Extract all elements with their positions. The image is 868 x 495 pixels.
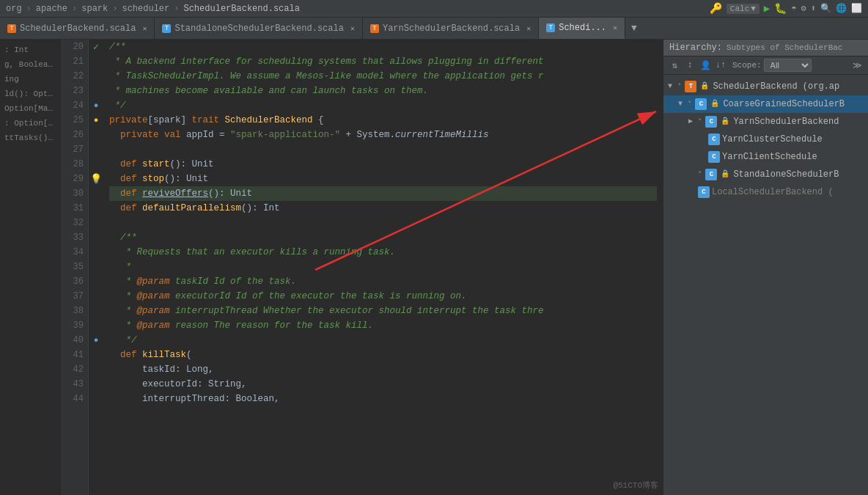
ln-21: 21 bbox=[62, 54, 84, 69]
tab-standalone-scheduler[interactable]: T StandaloneSchedulerBackend.scala ✕ bbox=[155, 18, 362, 39]
nav-sep-4: › bbox=[174, 4, 179, 14]
tree-text-6: StandaloneSchedulerB bbox=[733, 167, 839, 182]
code-line-44: interruptThread: Boolean, bbox=[109, 392, 657, 406]
ln-34: 34 bbox=[62, 245, 84, 260]
tree-icon-1: T bbox=[685, 81, 696, 92]
nav-apache[interactable]: apache bbox=[36, 4, 67, 14]
ln-27: 27 bbox=[62, 142, 84, 157]
hierarchy-btn-1[interactable]: ⇅ bbox=[668, 59, 681, 72]
tree-item-yarn-client[interactable]: ▶ C YarnClientSchedule bbox=[663, 148, 868, 166]
editor[interactable]: 20 21 22 23 24 25 26 27 28 29 30 31 32 3… bbox=[62, 40, 663, 495]
code-line-36: * @param taskId Id of the task. bbox=[109, 274, 657, 289]
tab-close-1[interactable]: ✕ bbox=[142, 24, 147, 33]
code-line-24: */ bbox=[109, 98, 657, 113]
ln-42: 42 bbox=[62, 362, 84, 377]
ln-43: 43 bbox=[62, 377, 84, 392]
code-line-32 bbox=[109, 216, 657, 230]
hierarchy-expand-btn[interactable]: ≫ bbox=[850, 59, 864, 72]
debug-icon[interactable]: 🐛 bbox=[774, 2, 787, 15]
gutter-33 bbox=[89, 230, 103, 245]
ln-31: 31 bbox=[62, 201, 84, 216]
checkmark-icon-20: ✓ bbox=[93, 41, 99, 53]
gutter-21 bbox=[89, 54, 103, 69]
tree-icon-6: C bbox=[705, 169, 717, 180]
code-line-34: * Requests that an executor kills a runn… bbox=[109, 245, 657, 260]
code-line-37: * @param executorId Id of the executor t… bbox=[109, 289, 657, 304]
ln-30: 30 bbox=[62, 186, 84, 201]
ln-38: 38 bbox=[62, 304, 84, 318]
code-content[interactable]: /** * A backend interface for scheduling… bbox=[103, 40, 663, 495]
nav-sep-3: › bbox=[112, 4, 117, 14]
code-line-33: /** bbox=[109, 230, 657, 245]
left-item-6: : Option[Ma bbox=[0, 116, 62, 131]
tab-schedi[interactable]: T Schedi... ✕ bbox=[539, 18, 625, 39]
ln-26: 26 bbox=[62, 128, 84, 142]
hierarchy-btn-2[interactable]: ↕ bbox=[683, 59, 696, 72]
tab-close-3[interactable]: ✕ bbox=[526, 24, 531, 33]
hierarchy-header: Hierarchy: Subtypes of SchedulerBac bbox=[663, 40, 868, 56]
tab-icon-2: T bbox=[162, 24, 171, 33]
run-button[interactable]: ▶ bbox=[764, 2, 770, 15]
lock-icon-3: 🔒 bbox=[721, 114, 729, 129]
tree-asterisk-3: * bbox=[698, 114, 702, 129]
tree-item-coarse-grained[interactable]: ▼ * C 🔒 CoarseGrainedSchedulerB bbox=[663, 95, 868, 113]
vcs2-icon[interactable]: ⬆ bbox=[811, 3, 816, 14]
tree-text-7: LocalSchedulerBackend ( bbox=[712, 185, 834, 199]
code-line-29: def stop(): Unit bbox=[109, 172, 657, 186]
nav-org[interactable]: org bbox=[6, 4, 22, 14]
find-icon[interactable]: 🔍 bbox=[820, 3, 831, 14]
tree-arrow-1: ▼ bbox=[668, 79, 675, 94]
tree-item-standalone[interactable]: ▶ * C 🔒 StandaloneSchedulerB bbox=[663, 166, 868, 183]
scope-dropdown[interactable]: All Project bbox=[764, 59, 812, 72]
hierarchy-btn-4[interactable]: ↓↑ bbox=[714, 59, 727, 72]
calc-dropdown[interactable]: Calc ▼ bbox=[727, 4, 760, 14]
code-line-38: * @param interruptThread Whether the exe… bbox=[109, 304, 657, 318]
watermark: @51CTO博客 bbox=[613, 480, 658, 491]
main-area: : Int g, Boolean, S ing ld(): Option[ Op… bbox=[0, 40, 868, 495]
tree-icon-4: C bbox=[708, 133, 720, 145]
code-line-23: * machines become available and can laun… bbox=[109, 84, 657, 98]
left-panel: : Int g, Boolean, S ing ld(): Option[ Op… bbox=[0, 40, 62, 495]
tab-overflow-button[interactable]: ▼ bbox=[625, 18, 643, 39]
settings-icon[interactable]: ⚙ bbox=[801, 3, 806, 14]
window-icon[interactable]: ⬜ bbox=[851, 3, 862, 14]
tab-close-4[interactable]: ✕ bbox=[613, 23, 617, 32]
tab-scheduler-backend[interactable]: T SchedulerBackend.scala ✕ bbox=[0, 18, 155, 39]
tree-icon-5: C bbox=[708, 151, 720, 163]
hierarchy-btn-3[interactable]: 👤 bbox=[699, 59, 712, 72]
ln-25: 25 bbox=[62, 113, 84, 128]
tree-item-yarn-cluster[interactable]: ▶ C YarnClusterSchedule bbox=[663, 131, 868, 148]
gutter-28 bbox=[89, 157, 103, 172]
code-line-22: * TaskSchedulerImpl. We assume a Mesos-l… bbox=[109, 69, 657, 84]
tree-icon-2: C bbox=[695, 98, 707, 110]
code-line-31: def defaultParallelism(): Int bbox=[109, 201, 657, 216]
ln-39: 39 bbox=[62, 318, 84, 333]
nav-file[interactable]: SchedulerBackend.scala bbox=[183, 4, 299, 14]
tree-icon-3: C bbox=[705, 116, 717, 128]
tree-item-scheduler-backend[interactable]: ▼ * T 🔒 SchedulerBackend (org.ap bbox=[663, 78, 868, 95]
gutter-25: ● bbox=[89, 113, 103, 128]
code-line-27 bbox=[109, 142, 657, 157]
tree-text-5: YarnClientSchedule bbox=[722, 150, 817, 164]
tree-asterisk-2: * bbox=[688, 97, 691, 111]
tab-close-2[interactable]: ✕ bbox=[350, 24, 355, 33]
ln-36: 36 bbox=[62, 274, 84, 289]
code-line-26: private val appId = "spark-application-"… bbox=[109, 128, 657, 142]
tree-text-1: SchedulerBackend (org.ap bbox=[713, 79, 839, 94]
calc-label: Calc bbox=[730, 4, 749, 13]
translate-icon[interactable]: 🌐 bbox=[836, 3, 847, 14]
lock-icon-2: 🔒 bbox=[710, 97, 719, 111]
gutter-22 bbox=[89, 69, 103, 84]
left-item-7: ttTasks(): Int bbox=[0, 131, 62, 145]
coverage-icon[interactable]: ☂ bbox=[791, 3, 796, 14]
bulb-icon-29: 💡 bbox=[90, 173, 102, 185]
ln-40: 40 bbox=[62, 333, 84, 348]
tree-item-yarn-scheduler[interactable]: ▶ * C 🔒 YarnSchedulerBackend bbox=[663, 113, 868, 131]
ln-29: 29 bbox=[62, 172, 84, 186]
tree-item-local[interactable]: ▶ C LocalSchedulerBackend ( bbox=[663, 183, 868, 201]
nav-scheduler[interactable]: scheduler bbox=[122, 4, 169, 14]
tab-yarn-scheduler[interactable]: T YarnSchedulerBackend.scala ✕ bbox=[363, 18, 539, 39]
gutter-23 bbox=[89, 84, 103, 98]
hint-circle-40: ● bbox=[94, 336, 99, 345]
nav-spark[interactable]: spark bbox=[81, 4, 108, 14]
